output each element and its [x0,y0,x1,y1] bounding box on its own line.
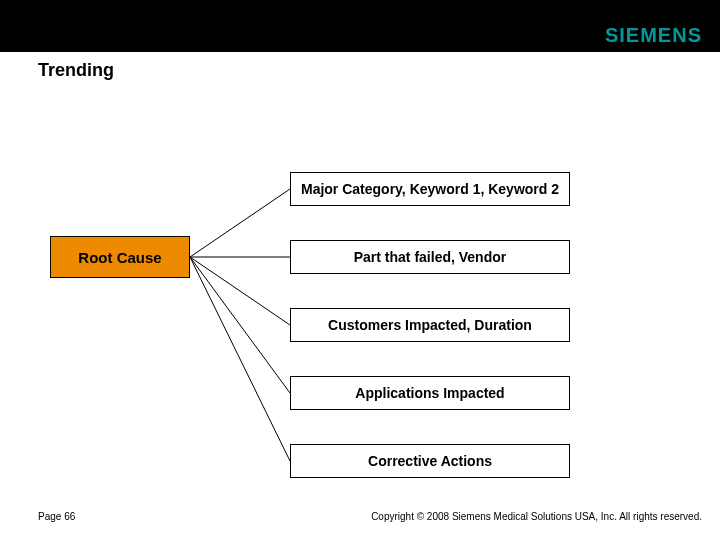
branch-label: Part that failed, Vendor [354,249,506,265]
page-title: Trending [38,60,114,81]
svg-line-4 [190,257,290,461]
branch-box-major-category: Major Category, Keyword 1, Keyword 2 [290,172,570,206]
root-cause-box: Root Cause [50,236,190,278]
slide: SIEMENS Trending Root Cause Major Catego… [0,0,720,540]
branch-box-corrective-actions: Corrective Actions [290,444,570,478]
branch-box-customers-impacted: Customers Impacted, Duration [290,308,570,342]
page-number: Page 66 [38,511,75,522]
svg-line-2 [190,257,290,325]
branch-label: Corrective Actions [368,453,492,469]
branch-box-applications-impacted: Applications Impacted [290,376,570,410]
brand-logo: SIEMENS [605,24,702,47]
branch-label: Customers Impacted, Duration [328,317,532,333]
branch-label: Major Category, Keyword 1, Keyword 2 [301,181,559,197]
root-cause-label: Root Cause [78,249,161,266]
branch-box-part-failed: Part that failed, Vendor [290,240,570,274]
copyright-text: Copyright © 2008 Siemens Medical Solutio… [371,511,702,522]
branch-label: Applications Impacted [355,385,504,401]
svg-line-0 [190,189,290,257]
svg-line-3 [190,257,290,393]
